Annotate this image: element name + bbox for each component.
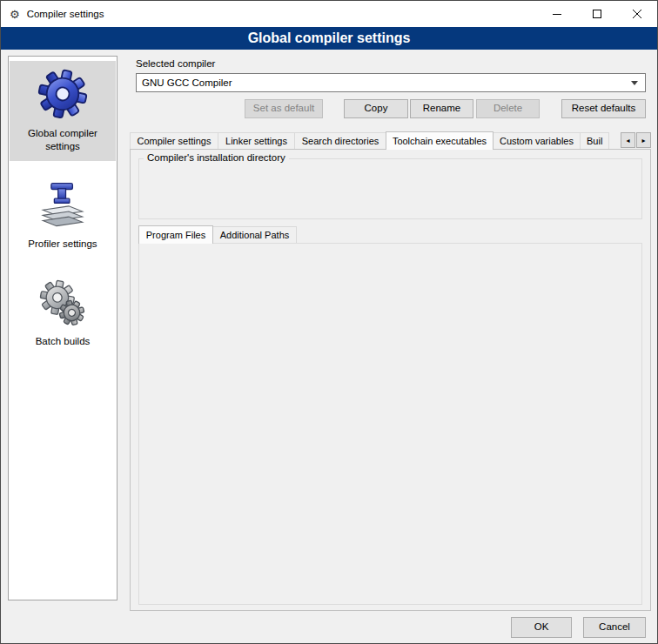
gear-icon: [37, 67, 89, 119]
reset-defaults-button[interactable]: Reset defaults: [561, 99, 646, 118]
page-title-banner: Global compiler settings: [1, 27, 657, 50]
tab-program-files[interactable]: Program Files: [138, 225, 213, 244]
sidebar-item-label: Global compiler settings: [11, 127, 114, 153]
ok-button[interactable]: OK: [511, 617, 572, 638]
delete-button[interactable]: Delete: [476, 99, 540, 118]
program-files-panel: [138, 243, 642, 605]
compiler-select[interactable]: GNU GCC Compiler: [136, 73, 646, 92]
installation-directory-group-title: Compiler's installation directory: [144, 152, 289, 163]
tab-build-clipped[interactable]: Buil: [580, 132, 609, 149]
chevron-down-icon: [631, 81, 638, 85]
tab-scroll-right-button[interactable]: ▸: [636, 132, 651, 148]
tab-toolchain-executables[interactable]: Toolchain executables: [386, 131, 494, 150]
sidebar-item-label: Batch builds: [11, 335, 114, 348]
copy-button[interactable]: Copy: [344, 99, 408, 118]
main-tabstrip: Compiler settings Linker settings Search…: [130, 131, 651, 149]
tab-additional-paths[interactable]: Additional Paths: [212, 226, 297, 243]
compiler-select-value: GNU GCC Compiler: [142, 77, 232, 88]
titlebar: ⚙ Compiler settings: [1, 1, 657, 27]
right-arrow-icon: ▸: [641, 137, 645, 144]
minimize-button[interactable]: [537, 1, 577, 27]
tab-compiler-settings[interactable]: Compiler settings: [130, 132, 218, 149]
sidebar-item-global-compiler-settings[interactable]: Global compiler settings: [10, 61, 116, 161]
tab-scroll-left-button[interactable]: ◂: [621, 132, 635, 148]
close-button[interactable]: [617, 1, 657, 27]
maximize-icon: [593, 10, 601, 18]
tab-custom-variables[interactable]: Custom variables: [493, 132, 581, 149]
sidebar-item-batch-builds[interactable]: Batch builds: [10, 272, 116, 356]
tab-search-directories[interactable]: Search directories: [294, 132, 386, 149]
window-controls: [537, 1, 657, 27]
profiler-icon: [38, 181, 87, 230]
installation-directory-group: [138, 158, 642, 219]
sidebar: Global compiler settings Profiler setti: [8, 56, 118, 600]
cancel-button[interactable]: Cancel: [583, 617, 646, 638]
tab-linker-settings[interactable]: Linker settings: [218, 132, 295, 149]
minimize-icon: [553, 10, 561, 18]
compiler-settings-dialog: ⚙ Compiler settings Global compiler sett…: [0, 0, 658, 644]
maximize-button[interactable]: [577, 1, 617, 27]
sidebar-item-profiler-settings[interactable]: Profiler settings: [10, 175, 116, 258]
close-icon: [633, 10, 641, 18]
program-tabstrip: Program Files Additional Paths: [138, 225, 642, 243]
set-as-default-button[interactable]: Set as default: [245, 99, 323, 118]
rename-button[interactable]: Rename: [410, 99, 473, 118]
sidebar-item-label: Profiler settings: [11, 238, 114, 251]
selected-compiler-label: Selected compiler: [136, 58, 215, 69]
left-arrow-icon: ◂: [626, 137, 629, 144]
app-icon: ⚙: [10, 9, 20, 20]
batch-builds-icon: [38, 278, 87, 327]
window-title: Compiler settings: [27, 9, 104, 19]
